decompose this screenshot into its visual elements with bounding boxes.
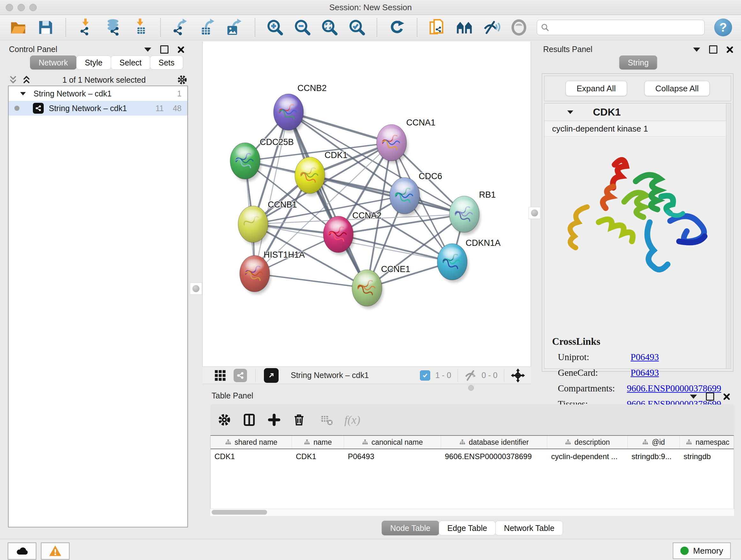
table-settings-gear-icon[interactable] [217,413,231,427]
close-panel-icon[interactable] [723,393,730,400]
cell-description[interactable]: cyclin-dependent ... [547,452,628,461]
export-table-button[interactable] [198,18,217,37]
expand-all-button[interactable]: Expand All [565,81,627,96]
zoom-selected-button[interactable] [347,18,367,37]
save-session-button[interactable] [37,18,56,37]
gene-expander-icon[interactable] [567,110,574,114]
column-header[interactable]: namespac [680,436,734,449]
column-header[interactable]: shared name [211,436,292,449]
tab-network[interactable]: Network [30,56,77,70]
collapse-all-networks-icon[interactable] [22,75,31,84]
export-network-button[interactable] [171,18,190,37]
import-network-from-database-button[interactable] [104,18,123,37]
delete-column-trash-icon[interactable] [292,413,306,427]
cell-database-identifier[interactable]: 9606.ENSP00000378699 [441,452,547,461]
table-horizontal-scrollbar[interactable] [210,509,734,516]
float-panel-icon[interactable] [706,392,714,401]
import-table-from-file-button[interactable] [131,18,150,37]
float-panel-icon[interactable] [160,45,169,54]
goto-network-icon[interactable] [264,368,279,383]
collapse-all-button[interactable]: Collapse All [644,81,710,96]
right-splitter-handle[interactable] [529,207,541,219]
float-panel-icon[interactable] [709,45,718,54]
refresh-button[interactable] [387,18,407,37]
node-CCNB1[interactable] [238,206,269,245]
node-CCNB2[interactable] [273,94,305,133]
node-CCNA2[interactable] [323,216,354,255]
network-node-count: 11 [155,104,164,113]
node-CCNA1[interactable] [377,125,408,164]
crosslink-genecard[interactable]: P06493 [630,368,659,378]
close-panel-icon[interactable] [726,46,733,53]
search-box[interactable] [537,20,704,35]
cell-canonical-name[interactable]: P06493 [344,452,441,461]
edge[interactable] [288,112,367,288]
tab-string[interactable]: String [619,56,657,70]
birdseye-view-icon[interactable] [214,369,226,382]
node-HIST1H1A[interactable] [240,255,271,294]
pan-crosshair-icon[interactable] [511,368,525,383]
add-column-icon[interactable] [267,413,281,427]
zoom-fit-button[interactable] [320,18,339,37]
collection-expander-icon[interactable] [20,92,26,95]
memory-button[interactable]: Memory [673,543,731,559]
left-splitter-handle[interactable] [190,283,202,295]
selected-nodes-checkbox[interactable] [420,370,430,381]
edge[interactable] [255,273,367,288]
tab-node-table[interactable]: Node Table [382,521,439,536]
node-CDK1[interactable] [295,157,326,196]
tab-sets[interactable]: Sets [150,56,183,70]
hide-graphics-details-button[interactable] [482,18,501,37]
node-CDKN1A[interactable] [437,244,468,283]
bottom-splitter-handle[interactable] [468,385,474,391]
import-network-from-file-button[interactable] [76,18,95,37]
node-CCNE1[interactable] [352,270,383,309]
collapse-panel-icon[interactable] [144,48,151,52]
column-header[interactable]: @id [628,436,680,449]
first-neighbors-button[interactable] [455,18,474,37]
annotation-mode-icon[interactable] [233,369,247,382]
column-header[interactable]: canonical name [344,436,441,449]
show-columns-icon[interactable] [242,413,256,427]
close-panel-icon[interactable] [178,46,185,53]
expand-all-networks-icon[interactable] [8,75,18,84]
help-button[interactable]: ? [714,18,732,37]
table-row[interactable]: CDK1 CDK1 P06493 9606.ENSP00000378699 cy… [211,449,734,464]
zoom-in-button[interactable] [266,18,285,37]
edge[interactable] [255,112,288,273]
edge[interactable] [310,175,464,214]
collapse-panel-icon[interactable] [690,395,697,399]
clone-network-button[interactable] [428,18,447,37]
crosslink-uniprot[interactable]: P06493 [630,352,659,362]
cloud-status-button[interactable] [8,543,37,560]
cell-namespace[interactable]: stringdb [680,452,734,461]
results-scrollbar[interactable] [726,104,731,368]
delete-table-icon[interactable] [320,413,333,427]
collapse-panel-icon[interactable] [693,48,700,52]
cell-id[interactable]: stringdb:9... [628,452,680,461]
network-collection-row[interactable]: String Network – cdk1 1 [9,86,187,101]
warnings-button[interactable] [41,543,70,560]
cell-shared-name[interactable]: CDK1 [211,452,292,461]
column-header[interactable]: description [547,436,628,449]
scrollbar-thumb[interactable] [212,510,267,515]
show-graphics-details-button[interactable] [510,18,529,37]
tab-select[interactable]: Select [111,56,150,70]
network-row[interactable]: String Network – cdk1 11 48 [9,101,187,116]
node-RB1[interactable] [449,196,481,235]
export-image-button[interactable] [226,18,245,37]
gene-section-header[interactable]: CDK1 [544,104,731,121]
zoom-out-button[interactable] [293,18,312,37]
tab-style[interactable]: Style [76,56,111,70]
tab-edge-table[interactable]: Edge Table [439,521,496,536]
network-options-gear-icon[interactable] [177,74,188,85]
search-input[interactable] [552,23,700,32]
open-session-button[interactable] [9,18,28,37]
function-builder-icon[interactable]: f(x) [344,413,360,427]
column-header[interactable]: database identifier [441,436,547,449]
node-CDC6[interactable] [390,178,421,216]
tab-network-table[interactable]: Network Table [495,521,563,536]
cell-name[interactable]: CDK1 [292,452,344,461]
column-header[interactable]: name [292,436,344,449]
network-canvas[interactable]: CCNB2CCNA1CDC25BCDK1CDC6RB1CCNB1CCNA2CDK… [202,42,531,367]
